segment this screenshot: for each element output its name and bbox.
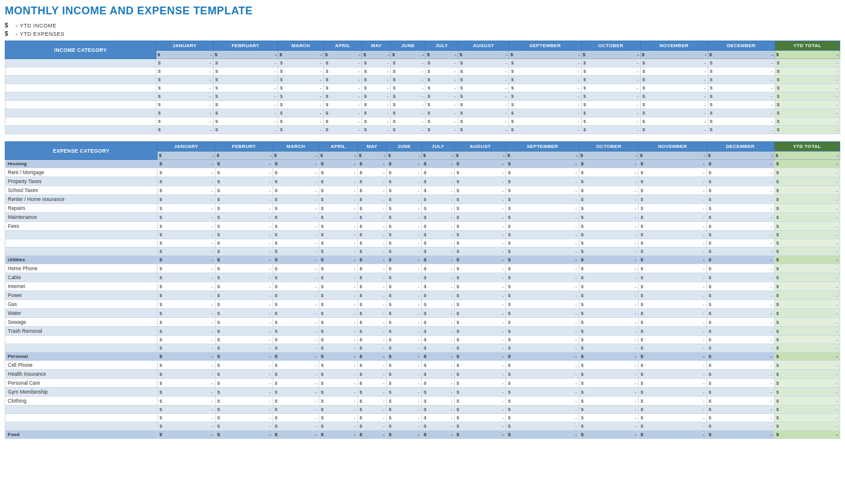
money-cell: $-	[273, 231, 319, 239]
money-cell: $-	[273, 195, 319, 204]
exp-aug-header: AUGUST	[455, 142, 506, 151]
expense-item-category[interactable]	[5, 231, 158, 239]
expense-item-category[interactable]: Water	[5, 309, 158, 318]
money-cell: $-	[362, 67, 390, 76]
apr-header: APRIL	[323, 41, 362, 51]
income-category-cell[interactable]	[5, 126, 156, 134]
expense-item-row: $-$-$-$-$-$-$-$-$-$-$-$-$-	[5, 248, 840, 256]
income-category-cell[interactable]	[5, 76, 156, 84]
money-cell: $-	[707, 231, 774, 239]
money-cell: $-	[455, 222, 506, 231]
expense-item-category[interactable]	[5, 344, 158, 353]
money-cell: $-	[215, 239, 273, 248]
expense-item-category[interactable]: Health Insurance	[5, 370, 158, 379]
money-cell: $-	[639, 195, 707, 204]
income-category-cell[interactable]	[5, 84, 156, 92]
expense-item-category[interactable]	[5, 239, 158, 248]
money-cell: $-	[455, 239, 506, 248]
expense-item-category[interactable]	[5, 414, 158, 422]
expense-item-row: Water$-$-$-$-$-$-$-$-$-$-$-$-$-	[5, 309, 840, 318]
expense-item-category[interactable]	[5, 406, 158, 414]
expense-item-category[interactable]: Clothing	[5, 397, 158, 406]
money-cell: $-	[640, 109, 708, 118]
expense-item-category[interactable]: Personal Care	[5, 379, 158, 388]
money-cell: $-	[319, 397, 357, 406]
money-cell: $-	[506, 397, 579, 406]
income-category-cell[interactable]	[5, 118, 156, 126]
expense-item-category[interactable]: Cable	[5, 273, 158, 282]
money-cell: $-	[639, 204, 707, 213]
expense-item-row: Cell Phone$-$-$-$-$-$-$-$-$-$-$-$-$-	[5, 361, 840, 370]
money-cell: $-	[707, 300, 774, 309]
money-cell: $-	[357, 222, 387, 231]
money-cell: $-	[273, 397, 319, 406]
money-cell: $-	[506, 204, 579, 213]
money-cell: $-	[357, 327, 387, 336]
inc-sub-dec: $-	[708, 51, 775, 59]
money-cell: $-	[421, 414, 454, 422]
money-cell: $-	[579, 195, 639, 204]
expense-item-category[interactable]: Repairs	[5, 204, 158, 213]
money-cell: $-	[357, 422, 387, 431]
money-cell: $-	[158, 282, 215, 291]
income-category-cell[interactable]	[5, 101, 156, 109]
income-category-cell[interactable]	[5, 92, 156, 101]
money-cell: $-	[158, 222, 215, 231]
money-cell: $-	[707, 204, 774, 213]
money-cell: $-	[506, 344, 579, 353]
oct-header: OCTOBER	[581, 41, 640, 51]
money-cell: $-	[509, 126, 581, 134]
expense-item-category[interactable]	[5, 248, 158, 256]
ytd-cell: $-	[774, 204, 840, 213]
expense-item-category[interactable]	[5, 336, 158, 344]
money-cell: $-	[215, 379, 273, 388]
mar-header: MARCH	[278, 41, 323, 51]
money-cell: $-	[579, 361, 639, 370]
income-category-cell[interactable]	[5, 109, 156, 118]
income-category-cell[interactable]	[5, 67, 156, 76]
money-cell: $-	[357, 344, 387, 353]
expense-item-category[interactable]: Rent / Mortgage	[5, 168, 158, 177]
expense-item-category[interactable]: Gym Membership	[5, 388, 158, 397]
money-cell: $-	[319, 264, 357, 273]
money-cell: $-	[387, 344, 422, 353]
money-cell: $-	[579, 291, 639, 300]
income-row: $-$-$-$-$-$-$-$-$-$-$-$-$-	[5, 84, 840, 92]
expense-item-category[interactable]: Fees	[5, 222, 158, 231]
expense-item-category[interactable]	[5, 422, 158, 431]
expense-item-category[interactable]: Internet	[5, 282, 158, 291]
money-cell: $-	[455, 370, 506, 379]
expense-item-category[interactable]: Property Taxes	[5, 177, 158, 186]
money-cell: $-	[319, 431, 357, 439]
expense-item-row: Property Taxes$-$-$-$-$-$-$-$-$-$-$-$-$-	[5, 177, 840, 186]
money-cell: $-	[158, 264, 215, 273]
money-cell: $-	[506, 177, 579, 186]
expense-section-category: Utilities	[5, 256, 158, 264]
ytd-cell: $-	[774, 168, 840, 177]
money-cell: $-	[707, 160, 774, 168]
expense-item-category[interactable]: Gas	[5, 300, 158, 309]
expense-item-category[interactable]: Maintenance	[5, 213, 158, 222]
money-cell: $-	[639, 248, 707, 256]
expense-item-category[interactable]: Renter / Home Insurance	[5, 195, 158, 204]
expense-category-header: EXPENSE CATEGORY	[5, 142, 158, 160]
expense-item-category[interactable]: Home Phone	[5, 264, 158, 273]
money-cell: $-	[579, 318, 639, 327]
money-cell: $-	[421, 388, 454, 397]
money-cell: $-	[357, 379, 387, 388]
expense-item-category[interactable]: Cell Phone	[5, 361, 158, 370]
expense-item-category[interactable]: Power	[5, 291, 158, 300]
money-cell: $-	[387, 361, 422, 370]
exp-sub-ytd: $-	[774, 151, 840, 160]
money-cell: $-	[323, 76, 362, 84]
money-cell: $-	[707, 168, 774, 177]
expense-section-row: Utilities$-$-$-$-$-$-$-$-$-$-$-$-$-	[5, 256, 840, 264]
expense-item-category[interactable]: School Taxes	[5, 186, 158, 195]
expense-item-category[interactable]: Trash Removal	[5, 327, 158, 336]
money-cell: $-	[579, 177, 639, 186]
expense-item-row: Gas$-$-$-$-$-$-$-$-$-$-$-$-$-	[5, 300, 840, 309]
expense-section-category: Housing	[5, 160, 158, 168]
money-cell: $-	[707, 195, 774, 204]
expense-item-category[interactable]: Sewage	[5, 318, 158, 327]
income-category-cell[interactable]	[5, 59, 156, 67]
